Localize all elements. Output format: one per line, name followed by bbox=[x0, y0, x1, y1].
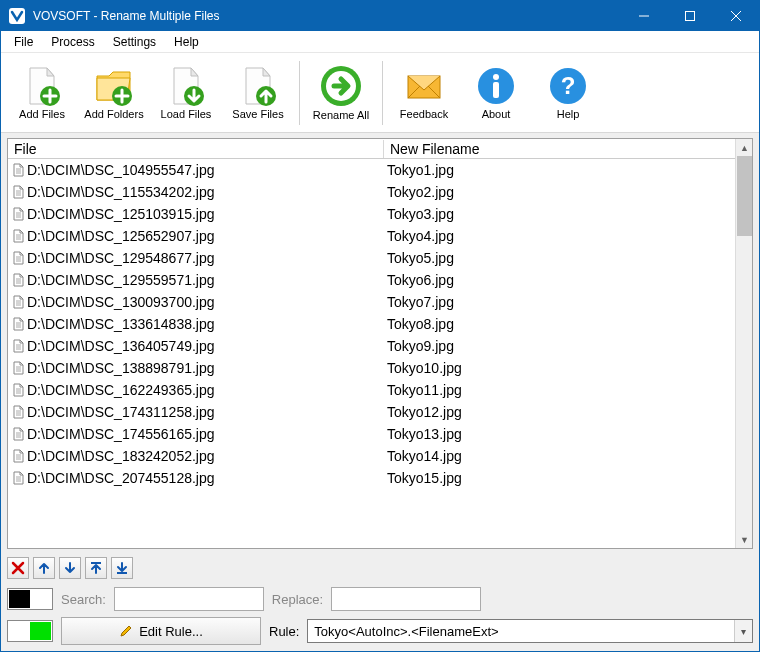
cell-file: D:\DCIM\DSC_183242052.jpg bbox=[8, 448, 384, 464]
toolbar-label: Feedback bbox=[400, 108, 448, 120]
table-row[interactable]: D:\DCIM\DSC_183242052.jpgTokyo14.jpg bbox=[8, 445, 735, 467]
table-row[interactable]: D:\DCIM\DSC_207455128.jpgTokyo15.jpg bbox=[8, 467, 735, 489]
toolbar-about[interactable]: About bbox=[461, 57, 531, 129]
cell-new-filename: Tokyo8.jpg bbox=[384, 316, 735, 332]
menu-file[interactable]: File bbox=[5, 33, 42, 51]
file-down-icon bbox=[166, 66, 206, 106]
move-top-button[interactable] bbox=[85, 557, 107, 579]
search-label: Search: bbox=[61, 592, 106, 607]
file-table: File New Filename D:\DCIM\DSC_104955547.… bbox=[7, 138, 753, 549]
column-header-new-filename[interactable]: New Filename bbox=[384, 140, 735, 158]
toolbar-label: Save Files bbox=[232, 108, 283, 120]
cell-file: D:\DCIM\DSC_129559571.jpg bbox=[8, 272, 384, 288]
folder-plus-icon bbox=[94, 66, 134, 106]
menu-process[interactable]: Process bbox=[42, 33, 103, 51]
cell-file: D:\DCIM\DSC_125652907.jpg bbox=[8, 228, 384, 244]
search-toggle[interactable] bbox=[7, 588, 53, 610]
cell-new-filename: Tokyo6.jpg bbox=[384, 272, 735, 288]
window-close-button[interactable] bbox=[713, 1, 759, 31]
rule-input[interactable] bbox=[308, 620, 734, 642]
cell-new-filename: Tokyo12.jpg bbox=[384, 404, 735, 420]
row-toolbar bbox=[7, 555, 753, 581]
table-row[interactable]: D:\DCIM\DSC_104955547.jpgTokyo1.jpg bbox=[8, 159, 735, 181]
svg-rect-2 bbox=[686, 12, 695, 21]
cell-new-filename: Tokyo15.jpg bbox=[384, 470, 735, 486]
toolbar-label: Add Files bbox=[19, 108, 65, 120]
menu-settings[interactable]: Settings bbox=[104, 33, 165, 51]
cell-new-filename: Tokyo2.jpg bbox=[384, 184, 735, 200]
rule-combo[interactable]: ▾ bbox=[307, 619, 753, 643]
document-icon bbox=[11, 317, 25, 331]
cell-new-filename: Tokyo7.jpg bbox=[384, 294, 735, 310]
edit-rule-button[interactable]: Edit Rule... bbox=[61, 617, 261, 645]
table-row[interactable]: D:\DCIM\DSC_174556165.jpgTokyo13.jpg bbox=[8, 423, 735, 445]
cell-file: D:\DCIM\DSC_125103915.jpg bbox=[8, 206, 384, 222]
delete-row-button[interactable] bbox=[7, 557, 29, 579]
cell-new-filename: Tokyo3.jpg bbox=[384, 206, 735, 222]
scroll-down-icon[interactable]: ▼ bbox=[736, 531, 753, 548]
document-icon bbox=[11, 471, 25, 485]
move-up-button[interactable] bbox=[33, 557, 55, 579]
window-maximize-button[interactable] bbox=[667, 1, 713, 31]
table-row[interactable]: D:\DCIM\DSC_115534202.jpgTokyo2.jpg bbox=[8, 181, 735, 203]
document-icon bbox=[11, 383, 25, 397]
toolbar-load-files[interactable]: Load Files bbox=[151, 57, 221, 129]
table-row[interactable]: D:\DCIM\DSC_125103915.jpgTokyo3.jpg bbox=[8, 203, 735, 225]
menu-bar: File Process Settings Help bbox=[1, 31, 759, 53]
cell-file: D:\DCIM\DSC_162249365.jpg bbox=[8, 382, 384, 398]
envelope-icon bbox=[404, 66, 444, 106]
search-replace-row: Search: Replace: bbox=[7, 587, 753, 611]
move-down-button[interactable] bbox=[59, 557, 81, 579]
window-title: VOVSOFT - Rename Multiple Files bbox=[33, 9, 220, 23]
table-row[interactable]: D:\DCIM\DSC_136405749.jpgTokyo9.jpg bbox=[8, 335, 735, 357]
cell-new-filename: Tokyo10.jpg bbox=[384, 360, 735, 376]
toolbar-rename-all[interactable]: Rename All bbox=[306, 57, 376, 129]
rule-toggle[interactable] bbox=[7, 620, 53, 642]
rule-row: Edit Rule... Rule: ▾ bbox=[7, 617, 753, 645]
chevron-down-icon[interactable]: ▾ bbox=[734, 620, 752, 642]
table-row[interactable]: D:\DCIM\DSC_133614838.jpgTokyo8.jpg bbox=[8, 313, 735, 335]
window-minimize-button[interactable] bbox=[621, 1, 667, 31]
help-icon: ? bbox=[548, 66, 588, 106]
document-icon bbox=[11, 207, 25, 221]
toolbar-label: About bbox=[482, 108, 511, 120]
arrow-down-icon bbox=[63, 561, 77, 575]
arrow-right-circle-icon bbox=[320, 65, 362, 107]
document-icon bbox=[11, 185, 25, 199]
replace-input[interactable] bbox=[331, 587, 481, 611]
cell-file: D:\DCIM\DSC_138898791.jpg bbox=[8, 360, 384, 376]
move-bottom-button[interactable] bbox=[111, 557, 133, 579]
svg-rect-14 bbox=[493, 82, 499, 98]
toolbar-label: Help bbox=[557, 108, 580, 120]
cell-file: D:\DCIM\DSC_136405749.jpg bbox=[8, 338, 384, 354]
pencil-icon bbox=[119, 624, 133, 638]
menu-help[interactable]: Help bbox=[165, 33, 208, 51]
table-row[interactable]: D:\DCIM\DSC_130093700.jpgTokyo7.jpg bbox=[8, 291, 735, 313]
search-input[interactable] bbox=[114, 587, 264, 611]
rule-label: Rule: bbox=[269, 624, 299, 639]
toolbar-feedback[interactable]: Feedback bbox=[389, 57, 459, 129]
document-icon bbox=[11, 361, 25, 375]
svg-text:?: ? bbox=[561, 72, 576, 99]
table-row[interactable]: D:\DCIM\DSC_129548677.jpgTokyo5.jpg bbox=[8, 247, 735, 269]
vertical-scrollbar[interactable]: ▲ ▼ bbox=[735, 139, 752, 548]
column-header-file[interactable]: File bbox=[8, 140, 384, 158]
toolbar-add-folders[interactable]: Add Folders bbox=[79, 57, 149, 129]
scroll-up-icon[interactable]: ▲ bbox=[736, 139, 753, 156]
cell-file: D:\DCIM\DSC_104955547.jpg bbox=[8, 162, 384, 178]
table-row[interactable]: D:\DCIM\DSC_129559571.jpgTokyo6.jpg bbox=[8, 269, 735, 291]
document-icon bbox=[11, 405, 25, 419]
file-plus-icon bbox=[22, 66, 62, 106]
arrow-bottom-icon bbox=[115, 561, 129, 575]
table-row[interactable]: D:\DCIM\DSC_125652907.jpgTokyo4.jpg bbox=[8, 225, 735, 247]
scrollbar-thumb[interactable] bbox=[737, 156, 752, 236]
document-icon bbox=[11, 295, 25, 309]
toolbar-add-files[interactable]: Add Files bbox=[7, 57, 77, 129]
document-icon bbox=[11, 163, 25, 177]
table-row[interactable]: D:\DCIM\DSC_174311258.jpgTokyo12.jpg bbox=[8, 401, 735, 423]
table-row[interactable]: D:\DCIM\DSC_162249365.jpgTokyo11.jpg bbox=[8, 379, 735, 401]
cell-file: D:\DCIM\DSC_129548677.jpg bbox=[8, 250, 384, 266]
toolbar-help[interactable]: ? Help bbox=[533, 57, 603, 129]
table-row[interactable]: D:\DCIM\DSC_138898791.jpgTokyo10.jpg bbox=[8, 357, 735, 379]
toolbar-save-files[interactable]: Save Files bbox=[223, 57, 293, 129]
